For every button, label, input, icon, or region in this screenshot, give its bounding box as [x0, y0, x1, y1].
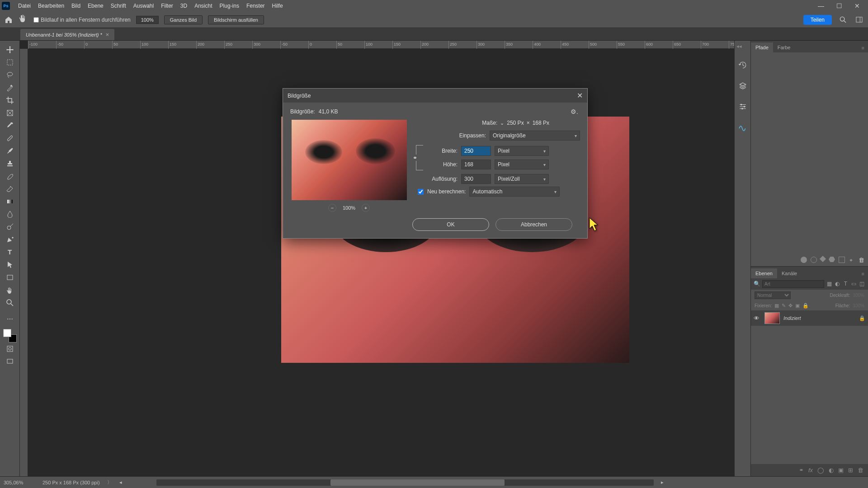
- status-dimensions[interactable]: 250 Px x 168 Px (300 ppi): [42, 480, 100, 485]
- home-button[interactable]: [4, 15, 14, 25]
- marquee-tool[interactable]: [4, 56, 16, 68]
- dodge-tool[interactable]: [4, 221, 16, 233]
- menu-layer[interactable]: Ebene: [84, 3, 107, 9]
- lock-position-icon[interactable]: ✥: [788, 303, 793, 309]
- delete-layer-icon[interactable]: 🗑: [858, 467, 863, 474]
- move-tool[interactable]: [4, 43, 16, 56]
- tab-layers[interactable]: Ebenen: [751, 268, 777, 278]
- height-unit-select[interactable]: Pixel: [495, 160, 549, 169]
- search-button[interactable]: [837, 14, 848, 25]
- lock-transparent-icon[interactable]: ▦: [774, 303, 779, 309]
- properties-panel-icon[interactable]: [738, 102, 748, 112]
- menu-3d[interactable]: 3D: [177, 3, 191, 9]
- zoom-tool[interactable]: [4, 296, 16, 309]
- tab-color[interactable]: Farbe: [773, 42, 795, 52]
- lock-artboard-icon[interactable]: ▣: [795, 303, 800, 309]
- link-layers-icon[interactable]: ⚭: [799, 467, 804, 474]
- path-fill-icon[interactable]: [801, 257, 807, 263]
- adjustments-panel-icon[interactable]: [738, 122, 748, 132]
- layer-fx-icon[interactable]: fx: [808, 467, 813, 474]
- whole-image-button[interactable]: Ganzes Bild: [164, 15, 203, 24]
- resample-checkbox[interactable]: [418, 189, 424, 195]
- menu-type[interactable]: Schrift: [107, 3, 130, 9]
- status-chevron[interactable]: 〉: [107, 479, 112, 486]
- resolution-unit-select[interactable]: Pixel/Zoll: [495, 174, 549, 184]
- hand-tool[interactable]: [4, 284, 16, 296]
- trash-icon[interactable]: 🗑: [859, 257, 864, 263]
- preview-zoom-out[interactable]: −: [328, 204, 336, 212]
- tab-channels[interactable]: Kanäle: [777, 268, 802, 278]
- layer-filter-input[interactable]: [762, 280, 824, 288]
- preview-zoom-in[interactable]: +: [362, 204, 370, 212]
- panel-menu[interactable]: ≡: [858, 43, 868, 52]
- menu-file[interactable]: Datei: [14, 3, 34, 9]
- scroll-left[interactable]: ◂: [119, 479, 122, 485]
- lock-all-icon[interactable]: 🔒: [802, 303, 809, 309]
- expand-chevron[interactable]: ◂◂: [735, 43, 742, 49]
- layer-name[interactable]: Indiziert: [783, 315, 801, 321]
- group-icon[interactable]: ▣: [838, 467, 844, 474]
- height-input[interactable]: [461, 160, 491, 169]
- menu-help[interactable]: Hilfe: [269, 3, 287, 9]
- eyedropper-tool[interactable]: [4, 119, 16, 131]
- path-select-tool[interactable]: [4, 258, 16, 271]
- quickmask-toggle[interactable]: [4, 343, 16, 355]
- screenmode-toggle[interactable]: [4, 355, 16, 367]
- status-zoom[interactable]: 305,06%: [4, 480, 35, 485]
- pen-tool[interactable]: [4, 233, 16, 245]
- preview-image[interactable]: [292, 120, 407, 200]
- color-swatches[interactable]: [3, 329, 17, 343]
- menu-edit[interactable]: Bearbeiten: [34, 3, 68, 9]
- crop-tool[interactable]: [4, 94, 16, 106]
- brush-tool[interactable]: [4, 145, 16, 157]
- frame-tool[interactable]: [4, 107, 16, 119]
- type-tool[interactable]: T: [4, 246, 16, 258]
- new-layer-icon[interactable]: ⊞: [848, 467, 853, 474]
- dialog-settings[interactable]: ⚙.: [571, 108, 578, 115]
- foreground-color[interactable]: [3, 329, 11, 337]
- menu-filter[interactable]: Filter: [157, 3, 177, 9]
- document-tab[interactable]: Unbenannt-1 bei 305% (Indiziert) * ×: [20, 29, 114, 40]
- fill-value[interactable]: 100%: [853, 303, 864, 308]
- adjustment-layer-icon[interactable]: ◐: [829, 467, 834, 474]
- window-maximize[interactable]: ☐: [830, 0, 848, 12]
- menu-view[interactable]: Ansicht: [191, 3, 216, 9]
- width-input[interactable]: [461, 146, 491, 156]
- resample-select[interactable]: Automatisch: [469, 187, 560, 197]
- menu-window[interactable]: Fenster: [243, 3, 269, 9]
- filter-shape-icon[interactable]: ▭: [851, 281, 857, 288]
- history-panel-icon[interactable]: [738, 60, 748, 70]
- filter-smart-icon[interactable]: ◫: [859, 281, 865, 288]
- filter-type-icon[interactable]: T: [842, 281, 849, 288]
- layer-mask-icon[interactable]: ◯: [817, 467, 824, 474]
- layers-panel-icon[interactable]: [738, 81, 748, 91]
- tab-close[interactable]: ×: [106, 31, 109, 38]
- wand-tool[interactable]: [4, 81, 16, 94]
- lock-pixels-icon[interactable]: ✎: [782, 303, 786, 309]
- edit-toolbar[interactable]: ⋯: [4, 313, 16, 325]
- stamp-tool[interactable]: [4, 157, 16, 169]
- filter-adjust-icon[interactable]: ◐: [834, 281, 840, 288]
- blur-tool[interactable]: [4, 208, 16, 220]
- resolution-input[interactable]: [461, 174, 491, 184]
- blend-mode-select[interactable]: Normal: [755, 291, 791, 299]
- layer-row[interactable]: 👁 Indiziert 🔒: [751, 310, 868, 326]
- workspace-button[interactable]: [854, 14, 864, 25]
- tab-paths[interactable]: Pfade: [751, 42, 773, 52]
- share-button[interactable]: Teilen: [803, 15, 832, 25]
- menu-plugins[interactable]: Plug-ins: [216, 3, 243, 9]
- path-new-icon[interactable]: ＋: [849, 257, 855, 263]
- path-stroke-icon[interactable]: [811, 257, 817, 263]
- menu-image[interactable]: Bild: [68, 3, 84, 9]
- layer-thumbnail[interactable]: [764, 312, 780, 324]
- dims-unit-toggle[interactable]: ⌄: [500, 120, 504, 126]
- menu-select[interactable]: Auswahl: [130, 3, 157, 9]
- path-diamond-icon[interactable]: [820, 256, 826, 262]
- h-scroll-thumb[interactable]: [330, 479, 505, 486]
- h-scrollbar[interactable]: [156, 479, 654, 486]
- cancel-button[interactable]: Abbrechen: [495, 218, 572, 231]
- width-unit-select[interactable]: Pixel: [495, 146, 549, 156]
- zoom-input[interactable]: [136, 16, 159, 24]
- gradient-tool[interactable]: [4, 195, 16, 207]
- fit-select[interactable]: Originalgröße: [490, 131, 580, 141]
